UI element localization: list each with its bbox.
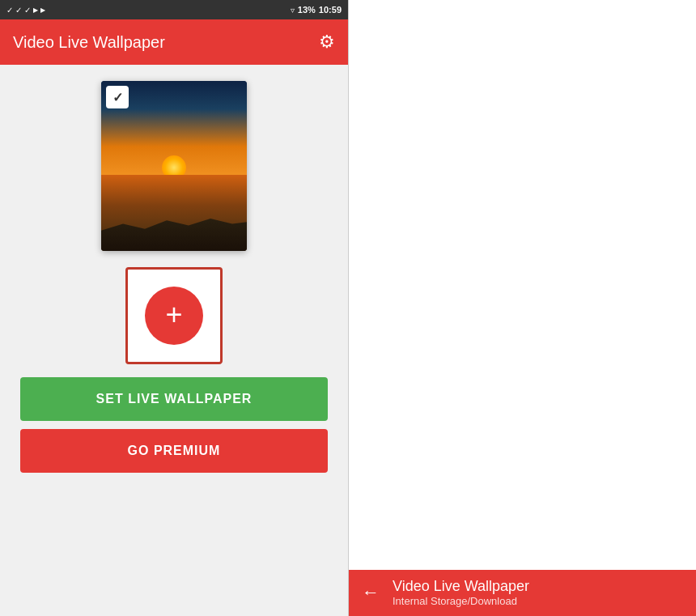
- app-title-left: Video Live Wallpaper: [13, 33, 165, 52]
- app-header-left: Video Live Wallpaper ⚙: [0, 19, 348, 65]
- plus-icon: +: [165, 300, 182, 329]
- battery-text-left: 13%: [298, 5, 316, 15]
- time-left: 10:59: [319, 5, 342, 15]
- status-bar-right-icons: ▿ 13% 10:59: [291, 5, 342, 15]
- wifi-icon: ▿: [291, 6, 295, 15]
- right-header: ← Video Live Wallpaper Internal Storage/…: [349, 570, 696, 616]
- checkmark-symbol: ✓: [112, 90, 123, 105]
- left-panel: ✓ ✓ ✓ ▶ ▶ ▿ 13% 10:59 Video Live Wallpap…: [0, 0, 348, 616]
- add-video-button[interactable]: +: [145, 287, 203, 345]
- status-bar-left-icons: ✓ ✓ ✓ ▶ ▶: [6, 6, 45, 15]
- right-panel-subtitle: Internal Storage/Download: [393, 595, 529, 607]
- right-panel: ✓ ✓ ✓ ▶ ▶ ▿ 13% 10:59 ← Video Live Wallp…: [348, 0, 696, 616]
- left-content: ✓ + SET LIVE WALLPAPER GO PREMIUM: [0, 65, 348, 616]
- selected-badge: ✓: [106, 86, 129, 108]
- right-panel-title: Video Live Wallpaper: [393, 578, 529, 595]
- go-premium-button[interactable]: GO PREMIUM: [20, 429, 328, 473]
- add-video-container: +: [125, 267, 223, 364]
- video-thumbnail: ✓: [101, 81, 247, 251]
- check-icon-1: ✓: [6, 6, 13, 15]
- check-icon-2: ✓: [15, 6, 22, 15]
- play-icon-2: ▶: [40, 6, 45, 14]
- set-wallpaper-button[interactable]: SET LIVE WALLPAPER: [20, 377, 328, 421]
- settings-button[interactable]: ⚙: [319, 32, 335, 53]
- play-icon-1: ▶: [33, 6, 38, 14]
- status-bar-left: ✓ ✓ ✓ ▶ ▶ ▿ 13% 10:59: [0, 0, 348, 19]
- right-header-text: Video Live Wallpaper Internal Storage/Do…: [393, 578, 529, 607]
- back-button[interactable]: ←: [362, 582, 380, 603]
- check-icon-3: ✓: [24, 6, 31, 15]
